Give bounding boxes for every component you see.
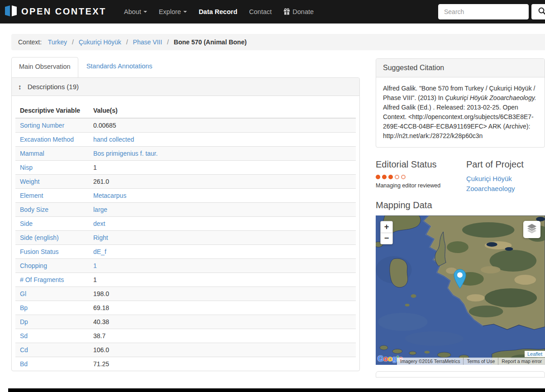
variable-link[interactable]: Sorting Number bbox=[20, 122, 64, 129]
variable-link[interactable]: Dp bbox=[20, 318, 28, 325]
breadcrumb-separator: / bbox=[123, 38, 131, 46]
descriptions-table: Descriptive Variable Value(s) Sorting Nu… bbox=[15, 103, 356, 371]
nav-item-label: Donate bbox=[292, 8, 314, 15]
variable-link[interactable]: Bp bbox=[20, 304, 28, 311]
value-text: 198.0 bbox=[93, 290, 109, 297]
variable-link[interactable]: Sd bbox=[20, 332, 28, 339]
satellite-imagery bbox=[376, 215, 545, 365]
map-layers-control[interactable] bbox=[523, 221, 540, 238]
breadcrumb-separator: / bbox=[69, 38, 77, 46]
variable-link[interactable]: Nisp bbox=[20, 164, 33, 171]
project-link[interactable]: Çukuriçi Höyük Zooarchaeology bbox=[466, 174, 539, 194]
part-of-project-block: Part of Project Çukuriçi Höyük Zooarchae… bbox=[466, 159, 545, 194]
status-dot bbox=[382, 175, 387, 179]
table-row: Sidedext bbox=[15, 217, 356, 231]
breadcrumb-current: Bone 570 (Animal Bone) bbox=[174, 38, 247, 46]
table-row: Nisp1 bbox=[15, 161, 356, 175]
table-row: Cd106.0 bbox=[15, 343, 356, 357]
nav-item-label: Data Record bbox=[199, 8, 237, 15]
value-text: 69.18 bbox=[93, 304, 109, 311]
value-link[interactable]: dext bbox=[93, 220, 105, 227]
variable-link[interactable]: Body Size bbox=[20, 206, 48, 213]
variable-link[interactable]: # Of Fragments bbox=[20, 276, 64, 283]
layers-icon bbox=[526, 223, 538, 236]
suggested-citation-text: Alfred Galik. "Bone 570 from Turkey / Çu… bbox=[376, 77, 545, 147]
suggested-citation-header: Suggested Citation bbox=[376, 59, 545, 77]
table-row: Sd38.7 bbox=[15, 329, 356, 343]
report-map-error-link[interactable]: Report a map error bbox=[498, 358, 545, 365]
tab-main-observation[interactable]: Main Observation bbox=[11, 57, 78, 77]
table-row: Weight261.0 bbox=[15, 175, 356, 189]
status-dot bbox=[388, 175, 393, 179]
table-row: Sorting Number0.00685 bbox=[15, 118, 356, 133]
breadcrumb-label: Context: bbox=[18, 38, 42, 46]
editorial-note: Managing editor reviewed bbox=[376, 182, 466, 189]
breadcrumb-link-turkey[interactable]: Turkey bbox=[48, 38, 67, 46]
nav-item-contact[interactable]: Contact bbox=[249, 8, 272, 15]
variable-link[interactable]: Bd bbox=[20, 360, 28, 368]
citation-part2: Alfred Galik (Ed.) . Released: 2013-02-2… bbox=[383, 104, 534, 139]
value-link[interactable]: Bos primigenius f. taur. bbox=[93, 150, 158, 157]
variable-link[interactable]: Element bbox=[20, 192, 43, 199]
table-row: Excavation Methodhand collected bbox=[15, 133, 356, 147]
suggested-citation-panel: Suggested Citation Alfred Galik. "Bone 5… bbox=[376, 58, 545, 148]
zoom-in-button[interactable]: + bbox=[381, 221, 392, 233]
editorial-dots bbox=[376, 175, 466, 179]
table-row: Bd71.25 bbox=[15, 357, 356, 371]
value-text: 1 bbox=[93, 276, 97, 283]
search-input[interactable] bbox=[438, 4, 529, 19]
variable-link[interactable]: Side bbox=[20, 220, 33, 227]
breadcrumb-link-cukurici-hoyuk[interactable]: Çukuriçi Höyük bbox=[79, 38, 121, 46]
value-link[interactable]: 1 bbox=[93, 262, 97, 269]
value-text: 71.25 bbox=[93, 360, 109, 368]
map-zoom-control: + − bbox=[380, 221, 393, 244]
column-header-variable: Descriptive Variable bbox=[15, 103, 89, 118]
nav-item-explore[interactable]: Explore bbox=[159, 8, 187, 15]
brand-title: OPEN CONTEXT bbox=[21, 6, 106, 17]
value-link[interactable]: hand collected bbox=[93, 136, 134, 143]
variable-link[interactable]: Mammal bbox=[20, 150, 44, 157]
breadcrumb-separator: / bbox=[164, 38, 172, 46]
variable-link[interactable]: Chopping bbox=[20, 262, 47, 269]
variable-link[interactable]: Cd bbox=[20, 346, 28, 354]
status-dot bbox=[376, 175, 380, 179]
descriptions-panel-body: Descriptive Variable Value(s) Sorting Nu… bbox=[12, 96, 359, 371]
gift-icon bbox=[283, 8, 290, 15]
leaflet-attribution-link[interactable]: Leaflet bbox=[525, 351, 545, 357]
map-marker-pin[interactable] bbox=[454, 269, 466, 289]
zoom-out-button[interactable]: − bbox=[381, 233, 392, 244]
value-link[interactable]: Right bbox=[93, 234, 108, 241]
table-row: Fusion StatusdE_f bbox=[15, 245, 356, 259]
table-row: Chopping1 bbox=[15, 259, 356, 273]
table-row: MammalBos primigenius f. taur. bbox=[15, 147, 356, 161]
brand[interactable]: OPEN CONTEXT bbox=[5, 5, 106, 19]
search-icon bbox=[538, 7, 545, 17]
top-navbar: OPEN CONTEXT About Explore Data Record C… bbox=[0, 0, 545, 24]
map-canvas[interactable]: + − Google Leaflet Imagery ©2016 TerraMe… bbox=[376, 215, 545, 365]
status-dot bbox=[401, 175, 406, 179]
breadcrumb-link-phase-viii[interactable]: Phase VIII bbox=[133, 38, 163, 46]
value-link[interactable]: dE_f bbox=[93, 248, 106, 255]
value-text: 38.7 bbox=[93, 332, 105, 339]
value-link[interactable]: Metacarpus bbox=[93, 192, 126, 199]
descriptions-panel: ↕ Descriptions (19) Descriptive Variable… bbox=[11, 77, 360, 371]
variable-link[interactable]: Weight bbox=[20, 178, 39, 185]
column-header-values: Value(s) bbox=[89, 103, 356, 118]
table-row: ElementMetacarpus bbox=[15, 189, 356, 203]
navbar-search bbox=[438, 4, 545, 19]
tab-standards-annotations[interactable]: Standards Annotations bbox=[78, 57, 161, 77]
variable-link[interactable]: Excavation Method bbox=[20, 136, 74, 143]
variable-link[interactable]: Fusion Status bbox=[20, 248, 59, 255]
terms-of-use-link[interactable]: Terms of Use bbox=[463, 358, 498, 365]
table-row: Gl198.0 bbox=[15, 287, 356, 301]
variable-link[interactable]: Side (english) bbox=[20, 234, 59, 241]
nav-item-data-record[interactable]: Data Record bbox=[199, 8, 237, 15]
value-link[interactable]: large bbox=[93, 206, 107, 213]
descriptions-panel-header[interactable]: ↕ Descriptions (19) bbox=[12, 78, 359, 96]
nav-item-about[interactable]: About bbox=[124, 8, 147, 15]
descriptions-title: Descriptions (19) bbox=[28, 83, 79, 91]
value-text: 106.0 bbox=[93, 346, 109, 354]
nav-item-donate[interactable]: Donate bbox=[283, 8, 314, 15]
variable-link[interactable]: Gl bbox=[20, 290, 26, 297]
search-button[interactable] bbox=[531, 4, 545, 19]
